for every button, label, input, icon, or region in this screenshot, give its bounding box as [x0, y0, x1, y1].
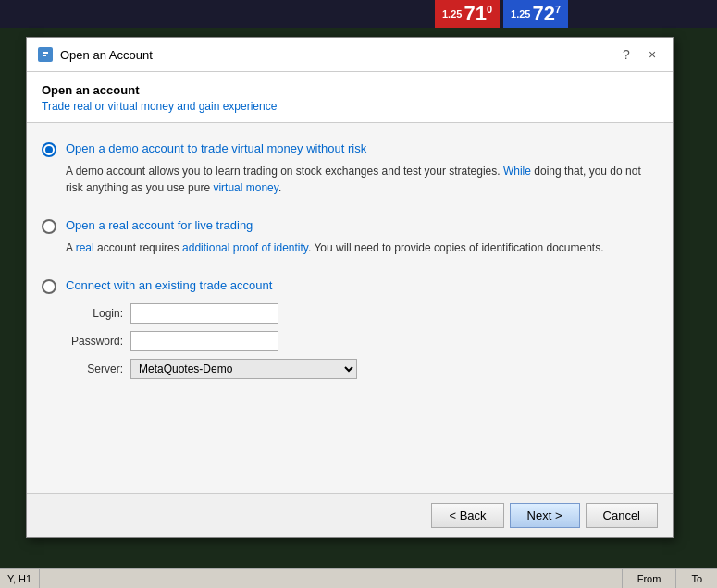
- demo-radio-button[interactable]: [42, 142, 56, 157]
- svg-rect-0: [41, 50, 50, 59]
- demo-desc-text3: .: [278, 181, 281, 194]
- svg-rect-2: [43, 55, 46, 56]
- status-bar: Y, H1 From To: [0, 568, 717, 588]
- demo-desc-highlight: While: [501, 165, 531, 178]
- dialog-header-title: Open an account: [42, 83, 658, 97]
- status-to: To: [675, 569, 717, 589]
- help-button[interactable]: ?: [617, 45, 636, 64]
- demo-option-row: Open a demo account to trade virtual mon…: [42, 141, 658, 157]
- dialog-footer: < Back Next > Cancel: [27, 493, 673, 537]
- dialog-content: Open a demo account to trade virtual mon…: [27, 123, 673, 493]
- ask-price-box: 1.25 72 7: [503, 0, 568, 28]
- status-timeframe: Y, H1: [0, 569, 40, 588]
- server-label: Server:: [66, 362, 130, 375]
- dialog-title: Open an Account: [60, 48, 153, 62]
- bid-price-super: 0: [487, 4, 492, 15]
- login-label: Login:: [66, 307, 130, 320]
- server-field-row: Server: MetaQuotes-Demo: [66, 359, 658, 379]
- connect-account-option-group: Connect with an existing trade account L…: [42, 278, 658, 379]
- real-account-option-group: Open a real account for live trading A r…: [42, 218, 658, 256]
- real-option-description: A real account requires additional proof…: [66, 239, 658, 256]
- login-field-row: Login:: [66, 303, 658, 324]
- title-bar-left: Open an Account: [38, 47, 153, 62]
- back-button[interactable]: < Back: [431, 503, 503, 528]
- bid-price-small: 1.25: [442, 8, 462, 19]
- connect-radio-button[interactable]: [42, 279, 56, 294]
- ask-price-big: 72: [532, 2, 554, 26]
- demo-account-option-group: Open a demo account to trade virtual mon…: [42, 141, 658, 196]
- dialog-header-subtitle: Trade real or virtual money and gain exp…: [42, 100, 658, 113]
- ask-price-super: 7: [555, 4, 561, 15]
- status-right: From To: [622, 569, 717, 589]
- top-price-bar: 1.25 71 0 1.25 72 7: [0, 0, 717, 28]
- connect-option-label[interactable]: Connect with an existing trade account: [66, 278, 272, 292]
- connect-form-fields: Login: Password: Server: MetaQuotes-Demo: [66, 303, 658, 379]
- cancel-button[interactable]: Cancel: [586, 503, 658, 528]
- login-input[interactable]: [130, 303, 278, 324]
- real-radio-button[interactable]: [42, 219, 56, 234]
- open-account-dialog: Open an Account ? × Open an account Trad…: [26, 37, 674, 538]
- title-bar-controls: ? ×: [617, 45, 661, 64]
- status-from: From: [622, 569, 676, 589]
- dialog-header: Open an account Trade real or virtual mo…: [27, 72, 673, 123]
- demo-option-label[interactable]: Open a demo account to trade virtual mon…: [66, 141, 366, 155]
- dialog-icon: [38, 47, 53, 62]
- real-desc-highlight1: real: [72, 241, 93, 254]
- password-label: Password:: [66, 335, 130, 348]
- svg-rect-1: [43, 52, 48, 54]
- real-desc-highlight2: additional proof of identity: [179, 241, 308, 254]
- close-button[interactable]: ×: [643, 45, 661, 64]
- demo-desc-text1: A demo account allows you to learn tradi…: [66, 165, 501, 178]
- real-desc-text3: . You will need to provide copies of ide…: [308, 241, 604, 254]
- demo-option-description: A demo account allows you to learn tradi…: [66, 163, 658, 196]
- real-option-row: Open a real account for live trading: [42, 218, 658, 234]
- ask-price-small: 1.25: [511, 8, 530, 19]
- connect-option-row: Connect with an existing trade account: [42, 278, 658, 294]
- server-select[interactable]: MetaQuotes-Demo: [130, 359, 357, 379]
- bid-price-big: 71: [464, 2, 486, 26]
- real-desc-text2: account requires: [94, 241, 179, 254]
- password-input[interactable]: [130, 331, 278, 351]
- demo-desc-highlight2: virtual money: [210, 181, 278, 194]
- bid-price-box: 1.25 71 0: [435, 0, 500, 28]
- real-option-label[interactable]: Open a real account for live trading: [66, 218, 253, 232]
- next-button[interactable]: Next >: [510, 503, 580, 528]
- dialog-title-bar: Open an Account ? ×: [27, 38, 673, 72]
- password-field-row: Password:: [66, 331, 658, 351]
